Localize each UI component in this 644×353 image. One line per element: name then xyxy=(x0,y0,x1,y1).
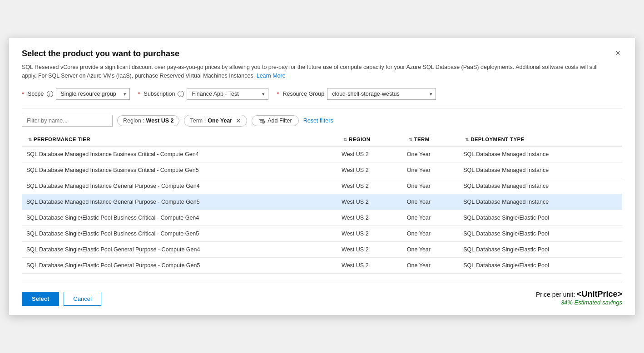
purchase-dialog: Select the product you want to purchase … xyxy=(9,38,635,316)
cell-deployment_type-6: SQL Database Single/Elastic Pool xyxy=(459,242,622,258)
cell-deployment_type-0: SQL Database Managed Instance xyxy=(459,146,622,162)
close-button[interactable]: × xyxy=(614,49,622,57)
dialog-title: Select the product you want to purchase xyxy=(22,49,179,59)
table-row[interactable]: SQL Database Single/Elastic Pool General… xyxy=(22,258,622,274)
col-term[interactable]: ⇅ TERM xyxy=(402,133,459,146)
cell-deployment_type-4: SQL Database Single/Elastic Pool xyxy=(459,210,622,226)
col-region[interactable]: ⇅ REGION xyxy=(337,133,402,146)
cell-deployment_type-3: SQL Database Managed Instance xyxy=(459,194,622,210)
term-chip-label: Term : xyxy=(190,118,206,124)
cell-region-5: West US 2 xyxy=(337,226,402,242)
scope-select[interactable]: Single resource group Shared xyxy=(56,88,130,100)
cell-deployment_type-1: SQL Database Managed Instance xyxy=(459,162,622,178)
table-row[interactable]: SQL Database Single/Elastic Pool General… xyxy=(22,242,622,258)
cell-region-1: West US 2 xyxy=(337,162,402,178)
region-chip-value: West US 2 xyxy=(146,118,174,124)
cell-performance_tier-1: SQL Database Managed Instance Business C… xyxy=(22,162,337,178)
sort-icon-region: ⇅ xyxy=(343,137,347,142)
col-deployment-type[interactable]: ⇅ DEPLOYMENT TYPE xyxy=(459,133,622,146)
sort-icon-term: ⇅ xyxy=(409,137,412,142)
dialog-header: Select the product you want to purchase … xyxy=(22,49,622,59)
price-label: Price per unit: xyxy=(536,291,575,298)
add-filter-button[interactable]: Add Filter xyxy=(252,115,299,126)
resource-group-dropdown-wrapper: cloud-shell-storage-westus xyxy=(327,88,436,100)
term-chip-value: One Year xyxy=(208,118,232,124)
scope-field-group: * Scope i Single resource group Shared xyxy=(22,88,130,100)
cell-performance_tier-7: SQL Database Single/Elastic Pool General… xyxy=(22,258,337,274)
divider xyxy=(22,108,622,108)
term-chip-remove-icon[interactable]: ✕ xyxy=(236,117,241,124)
cell-term-4: One Year xyxy=(402,210,459,226)
price-section: Price per unit: <UnitPrice> 34% Estimate… xyxy=(536,289,622,306)
region-chip-label: Region : xyxy=(123,118,144,124)
fields-row: * Scope i Single resource group Shared *… xyxy=(22,88,622,100)
add-filter-icon xyxy=(258,118,265,124)
cell-performance_tier-5: SQL Database Single/Elastic Pool Busines… xyxy=(22,226,337,242)
table-header: ⇅ PERFORMANCE TIER ⇅ REGION ⇅ TERM ⇅ DEP… xyxy=(22,133,622,146)
table-row[interactable]: SQL Database Managed Instance General Pu… xyxy=(22,194,622,210)
scope-required-star: * xyxy=(22,91,24,98)
scope-dropdown-wrapper: Single resource group Shared xyxy=(56,88,130,100)
learn-more-link[interactable]: Learn More xyxy=(257,73,286,79)
table-row[interactable]: SQL Database Single/Elastic Pool Busines… xyxy=(22,210,622,226)
subscription-required-star: * xyxy=(138,91,140,98)
cancel-button[interactable]: Cancel xyxy=(64,292,101,306)
cell-performance_tier-2: SQL Database Managed Instance General Pu… xyxy=(22,178,337,194)
col-performance-tier[interactable]: ⇅ PERFORMANCE TIER xyxy=(22,133,337,146)
cell-term-1: One Year xyxy=(402,162,459,178)
subscription-dropdown-wrapper: Finance App - Test xyxy=(187,88,268,100)
subscription-field-group: * Subscription i Finance App - Test xyxy=(138,88,269,100)
add-filter-label: Add Filter xyxy=(268,118,292,124)
cell-term-6: One Year xyxy=(402,242,459,258)
subscription-label: Subscription xyxy=(144,91,175,97)
resource-group-label: Resource Group xyxy=(282,91,324,97)
cell-deployment_type-5: SQL Database Single/Elastic Pool xyxy=(459,226,622,242)
cell-deployment_type-7: SQL Database Single/Elastic Pool xyxy=(459,258,622,274)
cell-term-5: One Year xyxy=(402,226,459,242)
table-body: SQL Database Managed Instance Business C… xyxy=(22,146,622,274)
subscription-select[interactable]: Finance App - Test xyxy=(187,88,268,100)
term-filter-chip[interactable]: Term : One Year ✕ xyxy=(184,115,247,127)
savings-text: 34% Estimated savings xyxy=(536,299,622,306)
cell-region-3: West US 2 xyxy=(337,194,402,210)
select-button[interactable]: Select xyxy=(22,292,59,306)
table-row[interactable]: SQL Database Managed Instance Business C… xyxy=(22,146,622,162)
cell-region-0: West US 2 xyxy=(337,146,402,162)
dialog-footer: Select Cancel Price per unit: <UnitPrice… xyxy=(22,283,622,306)
cell-performance_tier-4: SQL Database Single/Elastic Pool Busines… xyxy=(22,210,337,226)
cell-term-2: One Year xyxy=(402,178,459,194)
reset-filters-link[interactable]: Reset filters xyxy=(303,118,333,124)
cell-term-0: One Year xyxy=(402,146,459,162)
cell-region-4: West US 2 xyxy=(337,210,402,226)
region-filter-chip[interactable]: Region : West US 2 xyxy=(117,115,179,126)
sort-icon-deployment: ⇅ xyxy=(465,137,469,142)
footer-buttons: Select Cancel xyxy=(22,292,101,306)
products-table: ⇅ PERFORMANCE TIER ⇅ REGION ⇅ TERM ⇅ DEP… xyxy=(22,133,622,274)
scope-info-icon[interactable]: i xyxy=(47,91,53,97)
filter-name-input[interactable] xyxy=(22,115,113,127)
table-row[interactable]: SQL Database Managed Instance General Pu… xyxy=(22,178,622,194)
scope-label: Scope xyxy=(28,91,44,97)
cell-deployment_type-2: SQL Database Managed Instance xyxy=(459,178,622,194)
table-row[interactable]: SQL Database Managed Instance Business C… xyxy=(22,162,622,178)
filters-row: Region : West US 2 Term : One Year ✕ Add… xyxy=(22,115,622,127)
cell-performance_tier-3: SQL Database Managed Instance General Pu… xyxy=(22,194,337,210)
sort-icon-performance: ⇅ xyxy=(28,137,32,142)
cell-performance_tier-6: SQL Database Single/Elastic Pool General… xyxy=(22,242,337,258)
cell-region-7: West US 2 xyxy=(337,258,402,274)
subscription-info-icon[interactable]: i xyxy=(178,91,184,97)
table-row[interactable]: SQL Database Single/Elastic Pool Busines… xyxy=(22,226,622,242)
resource-group-field-group: * Resource Group cloud-shell-storage-wes… xyxy=(277,88,436,100)
resource-group-required-star: * xyxy=(277,91,279,98)
cell-region-2: West US 2 xyxy=(337,178,402,194)
cell-term-7: One Year xyxy=(402,258,459,274)
price-per-unit-line: Price per unit: <UnitPrice> xyxy=(536,289,622,299)
cell-term-3: One Year xyxy=(402,194,459,210)
dialog-description: SQL Reserved vCores provide a significan… xyxy=(22,63,612,80)
cell-region-6: West US 2 xyxy=(337,242,402,258)
resource-group-select[interactable]: cloud-shell-storage-westus xyxy=(327,88,436,100)
unit-price-value: <UnitPrice> xyxy=(577,289,622,299)
cell-performance_tier-0: SQL Database Managed Instance Business C… xyxy=(22,146,337,162)
